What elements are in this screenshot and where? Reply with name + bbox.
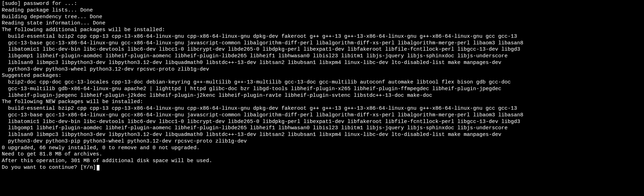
package-list-line: build-essential bzip2 cpp cpp-13 cpp-13-… xyxy=(2,34,642,40)
output-line: The following NEW packages will be insta… xyxy=(2,99,642,106)
summary-line: 0 upgraded, 66 newly installed, 0 to rem… xyxy=(2,145,642,152)
package-list-line: python3-dev python3-pip python3-wheel py… xyxy=(2,138,642,145)
package-list-line: gcc-13-multilib gdb-x86-64-linux-gnu apa… xyxy=(2,86,642,93)
terminal-output: [sudo] password for ...: Reading package… xyxy=(2,1,642,171)
package-list-line: liblsan0 libmpc3 libpython3-dev libpytho… xyxy=(2,60,642,66)
confirm-prompt[interactable]: Do you want to continue? [Y/n] xyxy=(2,165,642,171)
output-line: Reading state information... Done xyxy=(2,20,642,27)
package-list-line: libgomp1 libheif-plugin-aomdec libheif-p… xyxy=(2,125,642,132)
output-line: Reading package lists... Done xyxy=(2,7,642,14)
package-list-line: gcc-13-base gcc-13-x86-64-linux-gnu gcc-… xyxy=(2,112,642,119)
prompt-text: Do you want to continue? [Y/n] xyxy=(2,165,96,171)
summary-line: After this operation, 301 MB of addition… xyxy=(2,158,642,165)
cursor-icon xyxy=(97,165,99,170)
output-line: The following additional packages will b… xyxy=(2,27,642,34)
output-line: Building dependency tree... Done xyxy=(2,14,642,21)
package-list-line: bzip2-doc cpp-doc gcc-13-locales cpp-13-… xyxy=(2,79,642,86)
package-list-line: libgomp1 libheif-plugin-aomdec libheif-p… xyxy=(2,53,642,60)
output-line: [sudo] password for ...: xyxy=(2,1,642,7)
package-list-line: libatomic1 libc-dev-bin libc-devtools li… xyxy=(2,46,642,53)
package-list-line: gcc-13-base gcc-13-x86-64-linux-gnu gcc-… xyxy=(2,40,642,47)
package-list-line: libheif-plugin-jpegenc libheif-plugin-j2… xyxy=(2,93,642,99)
package-list-line: libatomic1 libc-dev-bin libc-devtools li… xyxy=(2,119,642,125)
package-list-line: python3-dev python3-wheel python3.12-dev… xyxy=(2,66,642,73)
output-line: Suggested packages: xyxy=(2,73,642,79)
package-list-line: build-essential bzip2 cpp cpp-13 cpp-13-… xyxy=(2,106,642,112)
summary-line: Need to get 81.8 MB of archives. xyxy=(2,151,642,158)
package-list-line: liblsan0 libmpc3 libpython3-dev libpytho… xyxy=(2,132,642,138)
